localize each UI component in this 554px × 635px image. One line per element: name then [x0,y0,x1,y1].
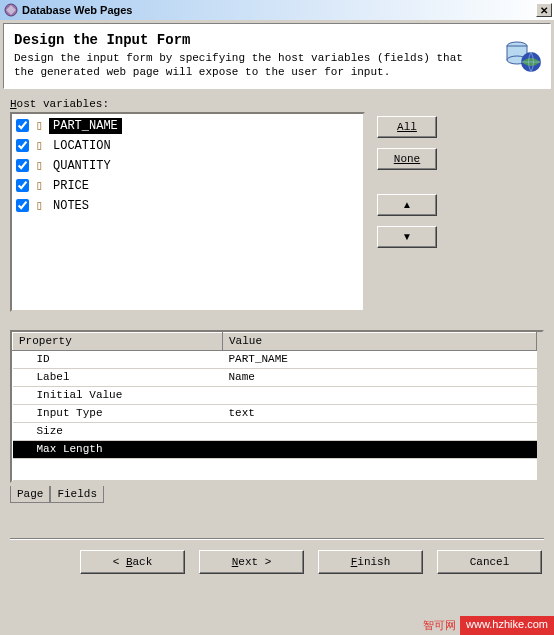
host-variable-item[interactable]: ▯NOTES [14,196,361,216]
tab-page[interactable]: Page [10,486,50,503]
watermark: 智可网 www.hzhike.com [419,616,554,635]
property-row[interactable]: Initial Value [13,386,537,404]
host-variable-name[interactable]: PRICE [49,178,93,194]
tabs-bar: Page Fields [10,487,544,504]
move-up-button[interactable]: ▲ [377,194,437,216]
host-variable-name[interactable]: NOTES [49,198,93,214]
host-variables-list[interactable]: ▯PART_NAME▯LOCATION▯QUANTITY▯PRICE▯NOTES [10,112,365,312]
host-variable-checkbox[interactable] [16,179,29,192]
host-variable-name[interactable]: QUANTITY [49,158,115,174]
property-value[interactable] [223,440,537,458]
property-row[interactable]: Input Typetext [13,404,537,422]
property-name: Label [13,368,223,386]
property-column-header[interactable]: Property [13,332,223,350]
wizard-header: Design the Input Form Design the input f… [3,23,551,89]
property-row[interactable]: Size [13,422,537,440]
property-value[interactable]: PART_NAME [223,350,537,368]
property-name: Max Length [13,440,223,458]
host-variable-item[interactable]: ▯PART_NAME [14,116,361,136]
back-button[interactable]: < Back [80,550,185,574]
move-down-button[interactable]: ▼ [377,226,437,248]
property-value[interactable] [223,386,537,404]
host-variable-item[interactable]: ▯QUANTITY [14,156,361,176]
all-button[interactable]: All [377,116,437,138]
wizard-footer: < Back Next > Finish Cancel [0,540,554,584]
host-variable-item[interactable]: ▯PRICE [14,176,361,196]
cancel-button[interactable]: Cancel [437,550,542,574]
host-variable-checkbox[interactable] [16,199,29,212]
host-variable-checkbox[interactable] [16,159,29,172]
field-icon: ▯ [33,119,45,133]
database-globe-icon [502,36,542,78]
host-variable-name[interactable]: LOCATION [49,138,115,154]
host-variable-name[interactable]: PART_NAME [49,118,122,134]
value-column-header[interactable]: Value [223,332,537,350]
none-button[interactable]: None [377,148,437,170]
properties-table[interactable]: Property Value IDPART_NAMELabelNameIniti… [12,332,537,481]
host-variable-checkbox[interactable] [16,119,29,132]
window-title: Database Web Pages [22,4,536,16]
next-button[interactable]: Next > [199,550,304,574]
property-row[interactable]: LabelName [13,368,537,386]
titlebar: Database Web Pages ✕ [0,0,554,20]
property-value[interactable]: Name [223,368,537,386]
finish-button[interactable]: Finish [318,550,423,574]
field-icon: ▯ [33,139,45,153]
property-row[interactable]: Max Length [13,440,537,458]
wizard-title: Design the Input Form [14,32,540,48]
watermark-text: 智可网 [419,616,460,635]
host-variables-label: Host variables: [10,98,544,110]
tab-fields[interactable]: Fields [50,486,104,503]
close-button[interactable]: ✕ [536,3,552,17]
wizard-description: Design the input form by specifying the … [14,52,540,80]
property-name: Input Type [13,404,223,422]
host-variable-checkbox[interactable] [16,139,29,152]
property-name: Size [13,422,223,440]
property-row[interactable]: IDPART_NAME [13,350,537,368]
property-name: ID [13,350,223,368]
property-value[interactable] [223,422,537,440]
watermark-url: www.hzhike.com [460,616,554,635]
field-icon: ▯ [33,199,45,213]
app-icon [4,3,18,17]
property-name: Initial Value [13,386,223,404]
properties-table-container: Property Value IDPART_NAMELabelNameIniti… [10,330,544,483]
property-value[interactable]: text [223,404,537,422]
field-icon: ▯ [33,179,45,193]
host-variable-item[interactable]: ▯LOCATION [14,136,361,156]
field-icon: ▯ [33,159,45,173]
